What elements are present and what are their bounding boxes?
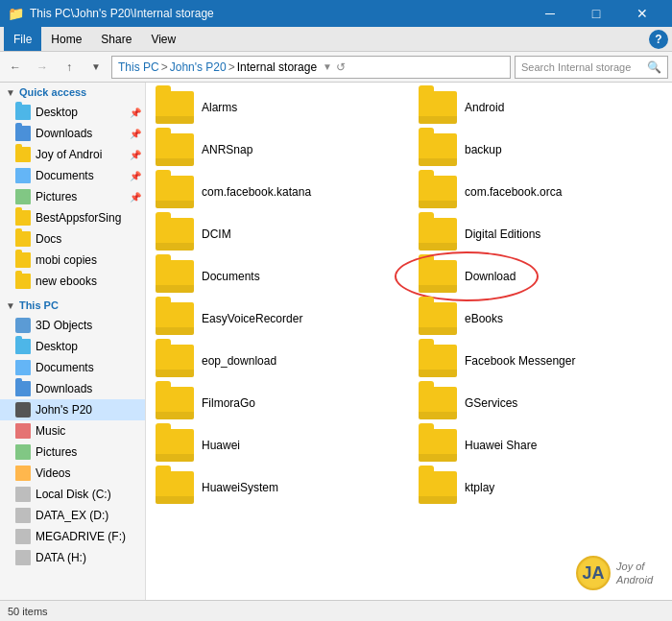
folder-anrsnap[interactable]: ANRSnap [146, 129, 409, 171]
pin-icon: 📌 [130, 107, 141, 118]
sidebar-item-joa[interactable]: Joy of Androi 📌 [0, 144, 145, 165]
folder-download[interactable]: Download [409, 255, 672, 298]
documents-icon-quick [15, 168, 31, 183]
sidebar-item-disk-d[interactable]: DATA_EX (D:) [0, 505, 145, 526]
sidebar-label-docs: Docs [36, 232, 61, 246]
search-icon[interactable]: 🔍 [647, 60, 661, 74]
sidebar-label-documents-pc: Documents [36, 361, 94, 374]
sidebar-label-downloads-pc: Downloads [36, 382, 92, 395]
folder-eop[interactable]: eop_download [146, 340, 409, 382]
folder-name-fbmessenger: Facebook Messenger [465, 354, 575, 368]
menu-bar: File Home Share View ? [0, 27, 672, 52]
quick-access-label: Quick access [19, 86, 86, 98]
sidebar-label-bestapps: BestAppsforSing [36, 211, 121, 225]
sidebar-item-pictures-quick[interactable]: Pictures 📌 [0, 186, 145, 207]
folder-name-ktplay: ktplay [465, 481, 494, 494]
title-bar-text: This PC\John's P20\Internal storage [30, 7, 528, 20]
folder-fbmessenger[interactable]: Facebook Messenger [409, 340, 672, 382]
pictures-icon-quick [15, 189, 31, 204]
maximize-button[interactable]: □ [574, 0, 618, 27]
sidebar-label-3dobjects: 3D Objects [36, 319, 92, 332]
sidebar-label-disk-f: MEGADRIVE (F:) [36, 530, 126, 543]
folder-icon-ktplay [419, 471, 457, 504]
folder-huawei-share[interactable]: Huawei Share [409, 424, 672, 466]
path-johnp20: John's P20 [170, 60, 227, 74]
status-bar: 50 items [0, 600, 672, 621]
folder-ebooks[interactable]: eBooks [409, 298, 672, 340]
sidebar-item-mobi[interactable]: mobi copies [0, 250, 145, 271]
menu-file[interactable]: File [4, 27, 41, 51]
folder-fborca[interactable]: com.facebook.orca [409, 171, 672, 213]
sidebar-label-pictures-pc: Pictures [36, 445, 77, 459]
back-button[interactable]: ← [4, 56, 27, 79]
folder-name-fborca: com.facebook.orca [465, 185, 562, 199]
folder-huawei[interactable]: Huawei [146, 424, 409, 466]
folder-dcim[interactable]: DCIM [146, 213, 409, 255]
sidebar-item-music[interactable]: Music [0, 420, 145, 442]
folder-name-dcim: DCIM [202, 227, 231, 241]
up-button[interactable]: ↑ [58, 56, 81, 79]
sidebar-item-videos[interactable]: Videos [0, 463, 145, 484]
folder-easyvoice[interactable]: EasyVoiceRecorder [146, 298, 409, 340]
folder-documents[interactable]: Documents [146, 255, 409, 298]
videos-icon [15, 466, 31, 481]
folder-icon-alarms [156, 91, 194, 124]
thispc-header[interactable]: ▼ This PC [0, 296, 145, 315]
phone-icon [15, 402, 31, 418]
forward-button[interactable]: → [31, 56, 54, 79]
sidebar-label-disk-c: Local Disk (C:) [36, 488, 111, 501]
folder-backup[interactable]: backup [409, 129, 672, 171]
sidebar-item-3dobjects[interactable]: 3D Objects [0, 315, 145, 336]
sidebar-label-downloads: Downloads [36, 127, 92, 140]
folder-fbkatana[interactable]: com.facebook.katana [146, 171, 409, 213]
sidebar-item-downloads-quick[interactable]: Downloads 📌 [0, 123, 145, 144]
folder-name-filmorago: FilmoraGo [202, 396, 255, 410]
minimize-button[interactable]: ─ [528, 0, 572, 27]
sidebar-item-documents-pc[interactable]: Documents [0, 357, 145, 378]
sidebar-item-disk-c[interactable]: Local Disk (C:) [0, 484, 145, 505]
downloads-pc-icon [15, 381, 31, 396]
folder-alarms[interactable]: Alarms [146, 86, 409, 129]
pin-icon-pictures: 📌 [130, 192, 141, 203]
search-box[interactable]: Search Internal storage 🔍 [515, 56, 668, 79]
folder-huaweisystem[interactable]: HuaweiSystem [146, 466, 409, 509]
sidebar-item-docs[interactable]: Docs [0, 228, 145, 250]
folder-ktplay[interactable]: ktplay [409, 466, 672, 509]
sidebar-label-disk-d: DATA_EX (D:) [36, 509, 108, 522]
sidebar-item-johnsp20[interactable]: John's P20 [0, 399, 145, 420]
menu-share[interactable]: Share [91, 27, 141, 51]
3dobjects-icon [15, 318, 31, 333]
sidebar-item-documents-quick[interactable]: Documents 📌 [0, 165, 145, 186]
sidebar-item-desktop-pc[interactable]: Desktop [0, 336, 145, 357]
quick-access-header[interactable]: ▼ Quick access [0, 83, 145, 102]
sidebar-item-downloads-pc[interactable]: Downloads [0, 378, 145, 399]
sidebar-item-pictures-pc[interactable]: Pictures [0, 442, 145, 463]
address-path[interactable]: This PC > John's P20 > Internal storage … [111, 56, 511, 79]
menu-view[interactable]: View [141, 27, 185, 51]
address-bar: ← → ↑ ▼ This PC > John's P20 > Internal … [0, 52, 672, 83]
sidebar-item-disk-h[interactable]: DATA (H:) [0, 547, 145, 568]
sidebar-item-desktop-quick[interactable]: Desktop 📌 [0, 102, 145, 123]
sidebar-item-disk-f[interactable]: MEGADRIVE (F:) [0, 526, 145, 547]
pin-icon-joa: 📌 [130, 150, 141, 160]
joa-folder-icon [15, 147, 31, 162]
folder-icon-android [419, 91, 457, 124]
folder-icon-dcim [156, 218, 194, 251]
folder-icon-download [419, 260, 457, 293]
help-button[interactable]: ? [649, 30, 668, 49]
sidebar-item-ebooks[interactable]: new ebooks [0, 271, 145, 292]
close-button[interactable]: ✕ [620, 0, 664, 27]
content-area: Alarms Android ANRSnap backup com.facebo… [146, 83, 672, 600]
folder-digital-editions[interactable]: Digital Editions [409, 213, 672, 255]
recent-button[interactable]: ▼ [84, 56, 108, 79]
sidebar-label-pictures-quick: Pictures [36, 190, 77, 203]
disk-d-icon [15, 508, 31, 523]
folder-filmorago[interactable]: FilmoraGo [146, 382, 409, 424]
menu-home[interactable]: Home [41, 27, 91, 51]
folder-gservices[interactable]: GServices [409, 382, 672, 424]
bestapps-icon [15, 210, 31, 226]
sidebar-label-joa: Joy of Androi [36, 148, 102, 161]
folder-android[interactable]: Android [409, 86, 672, 129]
path-internalstorage: Internal storage [237, 60, 317, 74]
sidebar-item-bestapps[interactable]: BestAppsforSing [0, 207, 145, 228]
